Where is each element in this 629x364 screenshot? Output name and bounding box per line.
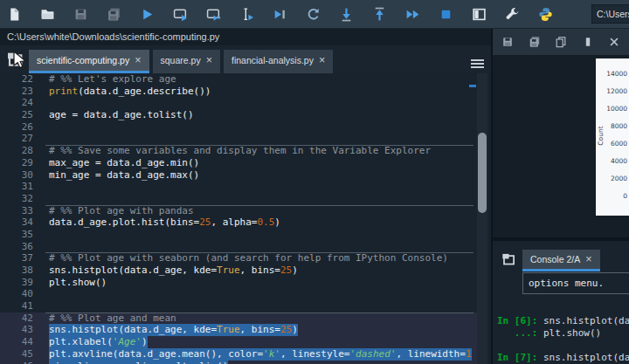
code-text: plt.axvline(data.d_age.mean(), color='k'…	[49, 348, 472, 361]
plots-pane-toolbar	[493, 29, 629, 55]
line-number: 46	[0, 361, 33, 364]
line-number: 30	[0, 169, 33, 182]
open-folder-icon[interactable]	[40, 7, 55, 22]
line-number: 27	[0, 133, 33, 145]
code-text: # %% Save some variables and display the…	[49, 145, 431, 157]
scrollflag-marker	[469, 85, 476, 87]
code-line: 44plt.xlabel('Age')	[0, 336, 487, 348]
console-code: plt.show()	[543, 327, 601, 339]
run-cell-advance-icon[interactable]	[206, 7, 221, 22]
code-line: 38sns.histplot(data.d_age, kde=True, bin…	[0, 264, 487, 277]
editor-tab-bar: scientific-computing.py×square.py×financ…	[0, 45, 491, 73]
line-number: 23	[0, 86, 33, 98]
code-text: plt.show()	[49, 277, 107, 289]
code-line: 22# %% Let's explore age	[0, 73, 487, 86]
close-icon[interactable]: ×	[319, 56, 325, 65]
line-number: 32	[0, 193, 33, 205]
code-line: 42# %% Plot age and mean	[0, 312, 487, 325]
copy-plot-icon[interactable]	[555, 36, 567, 48]
line-number: 33	[0, 205, 33, 217]
close-pane-icon[interactable]	[608, 36, 620, 48]
code-line: 37# %% Plot age with seaborn (and search…	[0, 252, 487, 264]
close-icon[interactable]: ×	[585, 255, 591, 264]
editor-options-menu-button[interactable]	[471, 56, 484, 65]
code-line: 40	[0, 288, 487, 300]
step-return-icon[interactable]	[372, 7, 387, 22]
maximize-pane-icon[interactable]	[472, 7, 487, 22]
tools-icon[interactable]	[505, 7, 520, 22]
code-text: # %% Plot age with pandas	[49, 205, 194, 217]
run-until-line-icon[interactable]	[273, 7, 287, 22]
run-cell-icon[interactable]	[173, 7, 188, 22]
console-banner-text: options menu.	[522, 272, 629, 294]
tab-square.py[interactable]: square.py×	[153, 50, 220, 73]
line-number: 22	[0, 73, 33, 86]
console-line	[497, 340, 629, 352]
working-directory-input[interactable]: C:\Users\white	[591, 4, 629, 24]
main-toolbar	[0, 0, 629, 29]
line-number: 36	[0, 241, 33, 253]
new-file-icon[interactable]	[7, 7, 22, 22]
save-icon[interactable]	[73, 7, 88, 22]
close-icon[interactable]: ×	[206, 56, 212, 65]
code-line: 41	[0, 300, 487, 312]
code-text: # %% Plot age with seaborn (and search f…	[49, 252, 448, 264]
run-file-icon[interactable]	[140, 7, 155, 22]
console-prompt: In [7]:	[497, 352, 543, 363]
code-text: sns.histplot(data.d_age, kde=True, bins=…	[49, 324, 298, 336]
line-number: 31	[0, 181, 33, 193]
editor-scrollbar-thumb[interactable]	[478, 133, 487, 213]
code-line: 35	[0, 229, 487, 241]
close-icon[interactable]: ×	[135, 56, 141, 65]
code-line: 27	[0, 133, 487, 145]
line-number: 44	[0, 336, 33, 348]
code-line: 31	[0, 181, 487, 193]
remove-plot-icon[interactable]	[582, 36, 594, 48]
code-lines: 22# %% Let's explore age23print(data.d_a…	[0, 73, 487, 364]
y-tick-label: 14000	[596, 71, 627, 78]
line-number: 45	[0, 348, 33, 361]
code-line: 23print(data.d_age.describe())	[0, 86, 487, 98]
stop-icon[interactable]	[439, 7, 453, 22]
code-text: min_age = data.d_age.max()	[49, 169, 199, 182]
browse-tabs-button[interactable]	[4, 50, 25, 69]
tab-financial-analysis.py[interactable]: financial-analysis.py×	[224, 50, 333, 73]
cell-separator	[45, 205, 473, 206]
console-prompt: ...:	[497, 327, 543, 339]
line-number: 39	[0, 277, 33, 289]
save-all-icon[interactable]	[107, 7, 121, 22]
rerun-icon[interactable]	[306, 7, 321, 22]
code-line: 34data.d_age.plot.hist(bins=25, alpha=0.…	[0, 216, 487, 229]
editor-scrollbar[interactable]	[477, 73, 487, 364]
code-line: 24	[0, 97, 487, 109]
cell-separator	[45, 312, 473, 313]
console-line: In [7]: sns.histplot(da	[497, 352, 629, 364]
code-line: 25age = data.d_age.tolist()	[0, 109, 487, 121]
console-line: ...: plt.show()	[497, 327, 629, 340]
console-tab[interactable]: Console 2/A ×	[522, 250, 600, 271]
hamburger-icon	[471, 59, 484, 68]
python-logo-icon[interactable]	[538, 7, 553, 22]
tab-scientific-computing.py[interactable]: scientific-computing.py×	[29, 50, 149, 73]
editor-tabs: scientific-computing.py×square.py×financ…	[29, 50, 336, 73]
console-tab-bar: Console 2/A ×	[493, 246, 629, 271]
code-line: 33# %% Plot age with pandas	[0, 205, 487, 217]
code-line: 28# %% Save some variables and display t…	[0, 145, 487, 157]
run-selection-icon[interactable]	[239, 7, 254, 22]
line-number: 42	[0, 312, 33, 325]
code-editor[interactable]: 22# %% Let's explore age23print(data.d_a…	[0, 73, 487, 364]
console-code: sns.histplot(da	[543, 315, 629, 326]
step-into-icon[interactable]	[339, 7, 354, 22]
tab-label: scientific-computing.py	[37, 55, 129, 65]
cell-separator	[45, 252, 473, 253]
code-text: data.d_age.plot.hist(bins=25, alpha=0.5)	[49, 216, 280, 229]
code-text: # %% Let's explore age	[49, 73, 176, 86]
console-browse-tabs-button[interactable]	[500, 251, 517, 266]
y-tick-label: 2000	[596, 175, 627, 182]
save-plot-icon[interactable]	[501, 36, 514, 48]
console-pane[interactable]: Console 2/A × options menu. In [6]: sns.…	[493, 241, 629, 364]
y-tick-label: 0	[596, 193, 627, 200]
save-all-plots-icon[interactable]	[529, 36, 541, 48]
debug-continue-icon[interactable]	[405, 7, 420, 22]
browse-tabs-icon	[4, 49, 25, 70]
